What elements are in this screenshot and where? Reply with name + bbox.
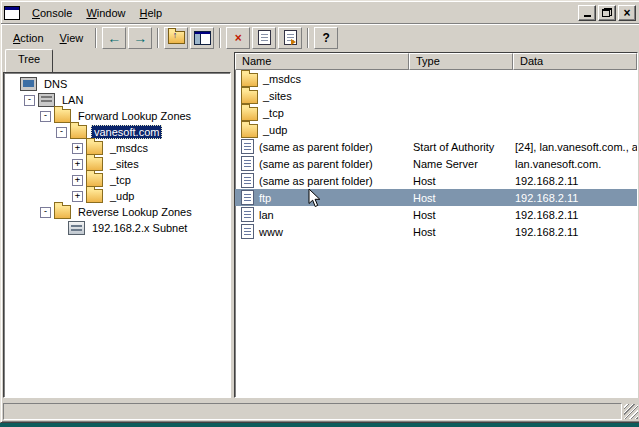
cell-data xyxy=(509,70,637,87)
up-one-level-button[interactable] xyxy=(164,27,188,49)
list-row-udp[interactable]: _udp xyxy=(235,121,637,138)
folder-icon xyxy=(54,205,71,219)
list-row-msdcs[interactable]: _msdcs xyxy=(235,70,637,87)
list-row-sites[interactable]: _sites xyxy=(235,87,637,104)
cell-type xyxy=(407,104,509,121)
delete-button[interactable]: × xyxy=(226,27,250,49)
toolbar-menu-view[interactable]: View xyxy=(52,29,92,47)
doc-icon xyxy=(241,224,254,239)
cell-data: 192.168.2.11 xyxy=(509,206,637,223)
minimize-icon xyxy=(584,15,591,17)
tree-expander-icon[interactable]: + xyxy=(72,191,83,202)
tree-item-msdcs[interactable]: +_msdcs xyxy=(4,140,230,156)
folder-icon xyxy=(241,90,258,104)
delete-icon: × xyxy=(235,32,242,44)
status-bar xyxy=(1,400,639,422)
list-row-tcp[interactable]: _tcp xyxy=(235,104,637,121)
toolbar-menus: ActionView xyxy=(5,29,91,47)
tab-tree[interactable]: Tree xyxy=(5,49,53,72)
tree-item-label: 192.168.2.x Subnet xyxy=(89,221,190,235)
cell-data xyxy=(509,104,637,121)
tree-item-192-168-2-x-subnet[interactable]: 192.168.2.x Subnet xyxy=(4,220,230,236)
list-row-same-as-parent-folder[interactable]: (same as parent folder)Host192.168.2.11 xyxy=(235,172,637,189)
cell-type xyxy=(407,70,509,87)
list-row-ftp[interactable]: ftpHost192.168.2.11 xyxy=(235,189,637,206)
menu-console[interactable]: Console xyxy=(25,5,79,21)
restore-button[interactable] xyxy=(598,5,616,21)
cell-type: Host xyxy=(407,223,509,240)
cell-name: _sites xyxy=(235,87,407,104)
toolbar-separator xyxy=(95,28,97,48)
cell-data: 192.168.2.11 xyxy=(509,189,637,206)
tree-item-dns[interactable]: DNS xyxy=(4,76,230,92)
tree-item-label: DNS xyxy=(41,77,70,91)
toolbar-menu-action[interactable]: Action xyxy=(5,29,52,47)
menu-window[interactable]: Window xyxy=(79,5,132,21)
tree-item-lan[interactable]: -LAN xyxy=(4,92,230,108)
cell-name: _udp xyxy=(235,121,407,138)
list-row-same-as-parent-folder[interactable]: (same as parent folder)Start of Authorit… xyxy=(235,138,637,155)
cell-data xyxy=(509,121,637,138)
folder-icon xyxy=(86,157,103,171)
tree-expander-icon[interactable]: - xyxy=(56,127,67,138)
tree-item-sites[interactable]: +_sites xyxy=(4,156,230,172)
minimize-button[interactable] xyxy=(578,5,596,21)
tree-item-reverse-lookup-zones[interactable]: -Reverse Lookup Zones xyxy=(4,204,230,220)
tree-item-label: vanesoft.com xyxy=(91,125,162,139)
close-button[interactable]: × xyxy=(618,5,636,21)
tree-item-label: Reverse Lookup Zones xyxy=(75,205,195,219)
column-header-name[interactable]: Name xyxy=(235,53,409,70)
resize-grip[interactable] xyxy=(624,404,638,419)
tree-expander-icon[interactable]: - xyxy=(40,111,51,122)
tree-item-tcp[interactable]: +_tcp xyxy=(4,172,230,188)
cell-data: lan.vanesoft.com. xyxy=(509,155,637,172)
tree-expander-icon[interactable]: + xyxy=(72,175,83,186)
back-icon: ← xyxy=(107,31,121,45)
cell-type: Name Server xyxy=(407,155,509,172)
cell-name: (same as parent folder) xyxy=(235,155,407,172)
forward-button[interactable]: → xyxy=(128,27,152,49)
console-window-icon[interactable] xyxy=(4,6,20,20)
folder-icon xyxy=(70,125,87,139)
list-rows: _msdcs_sites_tcp_udp(same as parent fold… xyxy=(235,70,637,397)
tree-expander-icon[interactable]: + xyxy=(72,159,83,170)
toolbar-separator xyxy=(219,28,221,48)
cell-type: Host xyxy=(407,172,509,189)
folder-icon xyxy=(86,189,103,203)
column-header-type[interactable]: Type xyxy=(409,53,513,70)
tree-expander-icon[interactable]: + xyxy=(72,143,83,154)
tree-item-forward-lookup-zones[interactable]: -Forward Lookup Zones xyxy=(4,108,230,124)
list-row-same-as-parent-folder[interactable]: (same as parent folder)Name Serverlan.va… xyxy=(235,155,637,172)
tree-item-label: _sites xyxy=(107,157,142,171)
cell-data xyxy=(509,87,637,104)
tree-expander-icon[interactable]: - xyxy=(24,95,35,106)
export-list-button[interactable] xyxy=(278,27,302,49)
list-row-lan[interactable]: lanHost192.168.2.11 xyxy=(235,206,637,223)
cell-type xyxy=(407,121,509,138)
doc-icon xyxy=(241,207,254,222)
properties-button[interactable] xyxy=(252,27,276,49)
cell-type: Start of Authority xyxy=(407,138,509,155)
results-pane: NameTypeData _msdcs_sites_tcp_udp(same a… xyxy=(234,52,638,398)
folder-icon xyxy=(241,73,258,87)
tree-item-vanesoft-com[interactable]: -vanesoft.com xyxy=(4,124,230,140)
show-hide-tree-button[interactable] xyxy=(190,27,214,49)
cell-type xyxy=(407,87,509,104)
subnet-icon xyxy=(68,221,85,235)
tree-item-label: LAN xyxy=(59,93,86,107)
back-button[interactable]: ← xyxy=(102,27,126,49)
menu-bar: ConsoleWindowHelp × xyxy=(1,1,639,23)
server-icon xyxy=(38,93,55,107)
menu-help[interactable]: Help xyxy=(133,5,170,21)
column-header-data[interactable]: Data xyxy=(513,53,637,70)
tree-item-label: _udp xyxy=(107,189,137,203)
cell-name: lan xyxy=(235,206,407,223)
tree-item-udp[interactable]: +_udp xyxy=(4,188,230,204)
help-button[interactable]: ? xyxy=(314,27,338,49)
cell-name: _tcp xyxy=(235,104,407,121)
tree-expander-icon[interactable]: - xyxy=(40,207,51,218)
list-row-www[interactable]: wwwHost192.168.2.11 xyxy=(235,223,637,240)
folder-icon xyxy=(241,107,258,121)
tree-item-label: Forward Lookup Zones xyxy=(75,109,194,123)
tree-view: DNS-LAN-Forward Lookup Zones-vanesoft.co… xyxy=(3,72,231,398)
